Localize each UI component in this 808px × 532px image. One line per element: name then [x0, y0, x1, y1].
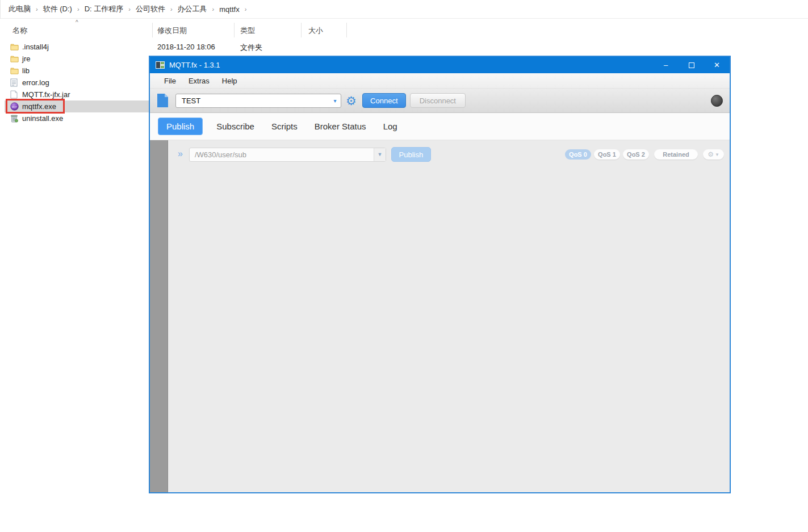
tab-subscribe[interactable]: Subscribe [216, 122, 254, 131]
chevron-down-icon: ▼ [715, 152, 719, 157]
folder-icon [10, 66, 19, 75]
column-divider[interactable] [346, 23, 347, 37]
breadcrumb: 此电脑 › 软件 (D:) › D: 工作程序 › 公司软件 › 办公工具 › … [0, 0, 808, 19]
tab-publish[interactable]: Publish [158, 118, 203, 135]
breadcrumb-item-work-programs[interactable]: D: 工作程序 [85, 4, 124, 14]
file-name: MQTT.fx-jfx.jar [22, 90, 70, 99]
tab-bar: Publish Subscribe Scripts Broker Status … [150, 113, 730, 140]
connect-button[interactable]: Connect [362, 93, 406, 108]
file-name: error.log [22, 78, 49, 87]
jar-file-icon [10, 90, 19, 99]
breadcrumb-separator: › [212, 6, 215, 12]
maximize-button[interactable] [679, 57, 704, 73]
tab-scripts[interactable]: Scripts [271, 122, 298, 131]
breadcrumb-item-this-pc[interactable]: 此电脑 [9, 4, 31, 14]
chevron-down-icon: ▾ [329, 98, 341, 104]
publish-topic-value: /W630/user/sub [190, 150, 374, 159]
log-file-icon [10, 78, 19, 87]
tab-log[interactable]: Log [383, 122, 397, 131]
connection-status-indicator [711, 95, 723, 107]
connection-profile-dropdown[interactable]: TEST ▾ [175, 94, 341, 108]
disconnect-button[interactable]: Disconnect [410, 93, 466, 108]
expand-panel-chevron-icon[interactable]: » [178, 149, 183, 159]
mqttfx-titlebar-icon [156, 61, 165, 69]
retained-toggle[interactable]: Retained [654, 149, 698, 160]
minimize-icon: – [664, 61, 668, 69]
qos0-toggle[interactable]: QoS 0 [565, 149, 591, 160]
column-header-size[interactable]: 大小 [308, 26, 323, 36]
gear-icon: ⚙ [707, 150, 714, 158]
publish-topic-dropdown[interactable]: /W630/user/sub ▼ [189, 148, 386, 162]
collapsed-side-panel [150, 140, 168, 492]
breadcrumb-separator: › [245, 6, 247, 12]
column-divider[interactable] [234, 23, 235, 37]
column-divider[interactable] [301, 23, 302, 37]
connection-profile-value: TEST [176, 97, 329, 105]
minimize-button[interactable]: – [653, 57, 679, 73]
publish-options-button[interactable]: ⚙ ▼ [703, 149, 724, 160]
window-title: MQTT.fx - 1.3.1 [169, 61, 220, 69]
annotation-red-box [6, 99, 65, 114]
close-icon: ✕ [714, 61, 720, 69]
maximize-icon [689, 62, 694, 68]
breadcrumb-separator: › [128, 6, 131, 12]
breadcrumb-item-office-tools[interactable]: 办公工具 [178, 4, 207, 14]
file-name: uninstall.exe [22, 114, 63, 123]
close-button[interactable]: ✕ [704, 57, 730, 73]
menu-extras[interactable]: Extras [182, 77, 216, 85]
qos2-toggle[interactable]: QoS 2 [623, 149, 649, 160]
column-header-date-modified[interactable]: 修改日期 [157, 26, 187, 36]
menu-file[interactable]: File [158, 77, 182, 85]
file-name: lib [22, 66, 30, 75]
publish-controls-row: » /W630/user/sub ▼ Publish QoS 0 QoS 1 Q… [168, 146, 730, 163]
connection-toolbar: TEST ▾ ⚙ Connect Disconnect [150, 89, 730, 113]
file-date-modified: 2018-11-20 18:06 [157, 43, 215, 51]
menu-help[interactable]: Help [216, 77, 244, 85]
file-name: jre [22, 55, 30, 63]
breadcrumb-item-mqttfx[interactable]: mqttfx [219, 5, 239, 14]
file-row-install4j[interactable]: .install4j 2018-11-20 18:06 文件夹 [0, 41, 352, 53]
breadcrumb-separator: › [170, 6, 173, 12]
connection-settings-gear-icon[interactable]: ⚙ [346, 95, 357, 107]
file-name: .install4j [22, 43, 49, 51]
breadcrumb-separator: › [36, 6, 38, 12]
file-type: 文件夹 [240, 43, 262, 53]
mqttfx-window: MQTT.fx - 1.3.1 – ✕ File Extras Help TES… [149, 56, 731, 493]
qos1-toggle[interactable]: QoS 1 [594, 149, 620, 160]
tab-broker-status[interactable]: Broker Status [315, 122, 366, 131]
column-header-type[interactable]: 类型 [240, 26, 255, 36]
file-list-column-headers: ^ 名称 修改日期 类型 大小 [0, 23, 397, 37]
titlebar[interactable]: MQTT.fx - 1.3.1 – ✕ [150, 57, 730, 73]
chevron-down-icon[interactable]: ▼ [374, 148, 386, 161]
sort-ascending-icon: ^ [76, 19, 78, 26]
breadcrumb-separator: › [77, 6, 79, 12]
column-divider[interactable] [152, 23, 153, 37]
publish-tab-content: » /W630/user/sub ▼ Publish QoS 0 QoS 1 Q… [150, 140, 730, 492]
menu-bar: File Extras Help [150, 73, 730, 89]
publish-button[interactable]: Publish [391, 147, 431, 162]
folder-icon [10, 55, 19, 63]
uninstaller-icon [10, 114, 19, 123]
column-header-name[interactable]: 名称 [12, 26, 27, 36]
breadcrumb-item-company-software[interactable]: 公司软件 [136, 4, 165, 14]
breadcrumb-item-drive-d[interactable]: 软件 (D:) [43, 4, 72, 14]
folder-icon [10, 43, 19, 51]
profile-file-icon [157, 93, 169, 108]
